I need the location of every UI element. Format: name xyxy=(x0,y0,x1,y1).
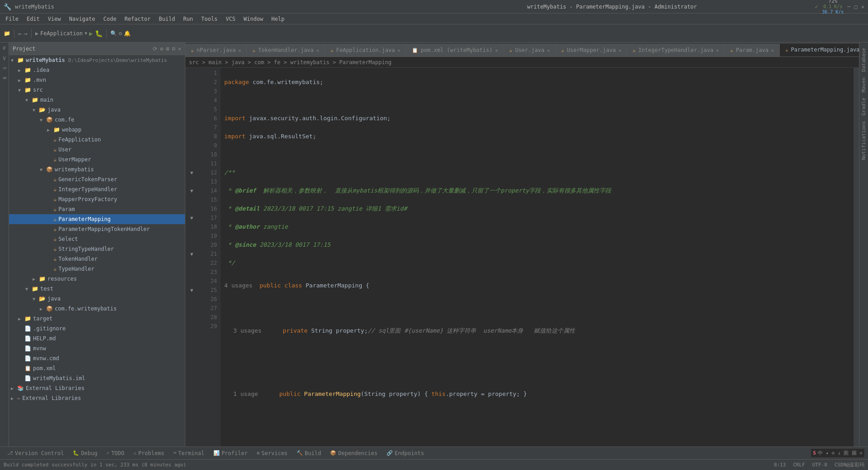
tree-webapp[interactable]: ▶ 📁 webapp xyxy=(9,125,185,135)
tree-test-package[interactable]: ▶ 📦 com.fe.writemybatis xyxy=(9,304,185,314)
tree-idea[interactable]: ▶ 📁 .idea xyxy=(9,65,185,75)
tree-parametermappingtokenhandler[interactable]: ▶ ☕ ParameterMappingTokenHandler xyxy=(9,224,185,234)
notifications-icon[interactable]: 🔔 xyxy=(124,30,131,37)
right-tab-maven[interactable]: Maven xyxy=(861,75,867,94)
gutter-collapse-14[interactable]: ▼ xyxy=(185,186,198,195)
tree-user[interactable]: ▶ ☕ User xyxy=(9,145,185,155)
search-everywhere-icon[interactable]: 🔍 xyxy=(110,30,117,37)
tree-parametermapping[interactable]: ▶ ☕ ParameterMapping xyxy=(9,214,185,224)
menu-file[interactable]: File xyxy=(2,15,22,23)
tree-select[interactable]: ▶ ☕ Select xyxy=(9,234,185,244)
settings-icon[interactable]: ⚙ xyxy=(119,30,122,37)
menu-edit[interactable]: Edit xyxy=(23,15,43,23)
debug-btn[interactable]: 🐛 Debug xyxy=(69,449,101,457)
tab-close-icon[interactable]: ✕ xyxy=(547,48,550,53)
tab-usermapper[interactable]: ☕ UserMapper.java ✕ xyxy=(556,44,627,56)
forward-icon[interactable]: → xyxy=(24,30,27,37)
tree-integertypehandler[interactable]: ▶ ☕ IntegerTypeHandler xyxy=(9,184,185,194)
close-icon[interactable]: ✕ xyxy=(861,4,864,10)
dependencies-btn[interactable]: 📦 Dependencies xyxy=(326,449,381,457)
tree-src[interactable]: ▼ 📁 src xyxy=(9,85,185,95)
tree-java-main[interactable]: ▼ 📂 java xyxy=(9,105,185,115)
run-config-selector[interactable]: ▶ FeApplication ▼ xyxy=(35,30,87,37)
tree-java-test[interactable]: ▼ 📂 java xyxy=(9,294,185,304)
sync-icon[interactable]: ⟳ xyxy=(153,46,157,52)
tab-feapplication[interactable]: ☕ FeApplication.java ✕ xyxy=(325,44,406,56)
tree-com-fe[interactable]: ▼ 📦 com.fe xyxy=(9,115,185,125)
menu-build[interactable]: Build xyxy=(155,15,179,23)
tree-helpmd[interactable]: ▶ 📄 HELP.md xyxy=(9,334,185,343)
menu-code[interactable]: Code xyxy=(100,15,120,23)
tree-typehandler[interactable]: ▶ ☕ TypeHandler xyxy=(9,264,185,274)
back-icon[interactable]: ← xyxy=(18,30,22,37)
menu-window[interactable]: Window xyxy=(240,15,267,23)
tree-writemybatis[interactable]: ▼ 📦 writemybatis xyxy=(9,164,185,174)
tree-mvn[interactable]: ▶ 📁 .mvn xyxy=(9,75,185,85)
tab-pomxml[interactable]: 📋 pom.xml (writeMybatis) ✕ xyxy=(406,44,504,56)
maximize-icon[interactable]: □ xyxy=(854,4,858,10)
vcs-btn[interactable]: ⎇ Version Control xyxy=(4,449,67,457)
services-btn[interactable]: ⚙ Services xyxy=(253,449,291,457)
run-button[interactable]: ▶ xyxy=(89,30,93,37)
right-tab-database[interactable]: Database xyxy=(861,46,867,74)
right-tab-gradle[interactable]: Gradle xyxy=(861,96,867,118)
tree-feapplication[interactable]: ▶ ☕ FeApplication xyxy=(9,135,185,145)
sidebar-bookmarks-icon[interactable]: B xyxy=(0,74,9,82)
menu-tools[interactable]: Tools xyxy=(198,15,221,23)
gear-icon[interactable]: ⚙ xyxy=(160,46,163,52)
tree-mvnwcmd[interactable]: ▶ 📄 mvnw.cmd xyxy=(9,353,185,363)
tab-parametermapping[interactable]: ☕ ParameterMapping.java ✕ xyxy=(780,44,859,56)
sidebar-structure-icon[interactable]: S xyxy=(0,64,9,72)
build-btn[interactable]: 🔨 Build xyxy=(293,449,325,457)
expand-all-icon[interactable]: ⊞ xyxy=(166,46,169,52)
problems-btn[interactable]: ⚠ Problems xyxy=(130,449,168,457)
profiler-btn[interactable]: 📊 Profiler xyxy=(210,449,251,457)
menu-vcs[interactable]: VCS xyxy=(222,15,239,23)
tree-tokenhandler[interactable]: ▶ ☕ TokenHandler xyxy=(9,254,185,264)
tab-close-icon[interactable]: ✕ xyxy=(316,48,319,53)
tree-pomxml[interactable]: ▶ 📋 pom.xml xyxy=(9,363,185,373)
tree-test[interactable]: ▼ 📁 test xyxy=(9,284,185,294)
tab-close-icon[interactable]: ✕ xyxy=(495,48,498,53)
menu-help[interactable]: Help xyxy=(268,15,288,23)
gutter-collapse-12[interactable]: ▼ xyxy=(185,168,198,177)
project-icon[interactable]: 📁 xyxy=(4,30,10,37)
tab-user[interactable]: ☕ User.java ✕ xyxy=(504,44,556,56)
tree-root[interactable]: ▼ 📁 writeMybatis D:\IdeaProjects\Demo\wr… xyxy=(9,55,185,65)
endpoints-btn[interactable]: 🔗 Endpoints xyxy=(383,449,428,457)
tree-resources[interactable]: ▶ 📁 resources xyxy=(9,274,185,284)
code-content[interactable]: package com.fe.writemybatis; import java… xyxy=(221,68,854,446)
gutter-collapse-25[interactable]: ▼ xyxy=(185,286,198,295)
tree-param[interactable]: ▶ ☕ Param xyxy=(9,204,185,214)
tab-close-icon[interactable]: ✕ xyxy=(618,48,621,53)
tree-generictokenparser[interactable]: ▶ ☕ GenericTokenParser xyxy=(9,174,185,184)
menu-view[interactable]: View xyxy=(44,15,65,23)
tree-usermapper[interactable]: ▶ ☕ UserMapper xyxy=(9,155,185,164)
menu-run[interactable]: Run xyxy=(179,15,197,23)
gutter-collapse-17[interactable]: ▼ xyxy=(185,213,198,222)
tab-close-icon[interactable]: ✕ xyxy=(398,48,401,53)
tree-scratches[interactable]: ▶ ✏️ External Libraries xyxy=(9,393,185,403)
tree-external-libraries[interactable]: ▶ 📚 External Libraries xyxy=(9,383,185,393)
tree-main[interactable]: ▼ 📁 main xyxy=(9,95,185,105)
code-editor[interactable]: ▼ ▼ ▼ ▼ ▼ 1 2 3 4 5 xyxy=(185,68,859,446)
terminal-btn[interactable]: ⌨ Terminal xyxy=(170,449,208,457)
minimize-icon[interactable]: ─ xyxy=(847,4,850,10)
collapse-all-icon[interactable]: ⊟ xyxy=(172,46,175,52)
gutter-collapse-21[interactable]: ▼ xyxy=(185,249,198,258)
panel-close-icon[interactable]: ✕ xyxy=(178,46,181,52)
tab-param[interactable]: ☕ Param.java ✕ xyxy=(725,44,780,56)
menu-navigate[interactable]: Navigate xyxy=(66,15,99,23)
menu-refactor[interactable]: Refactor xyxy=(121,15,154,23)
tab-tokenhandler[interactable]: ☕ TokenHandler.java ✕ xyxy=(247,44,325,56)
tab-close-icon[interactable]: ✕ xyxy=(238,48,241,53)
tab-nparser[interactable]: ☕ nParser.java ✕ xyxy=(185,44,247,56)
tree-mvnw[interactable]: ▶ 📄 mvnw xyxy=(9,343,185,353)
tab-close-icon[interactable]: ✕ xyxy=(771,48,774,53)
right-tab-notifications[interactable]: Notifications xyxy=(861,119,867,162)
sidebar-project-icon[interactable]: P xyxy=(0,44,9,52)
tree-mapperproxyfactory[interactable]: ▶ ☕ MapperProxyFactory xyxy=(9,194,185,204)
todo-btn[interactable]: ✓ TODO xyxy=(103,449,128,457)
editor-scrollbar[interactable] xyxy=(854,68,859,446)
tree-gitignore[interactable]: ▶ 📄 .gitignore xyxy=(9,324,185,334)
